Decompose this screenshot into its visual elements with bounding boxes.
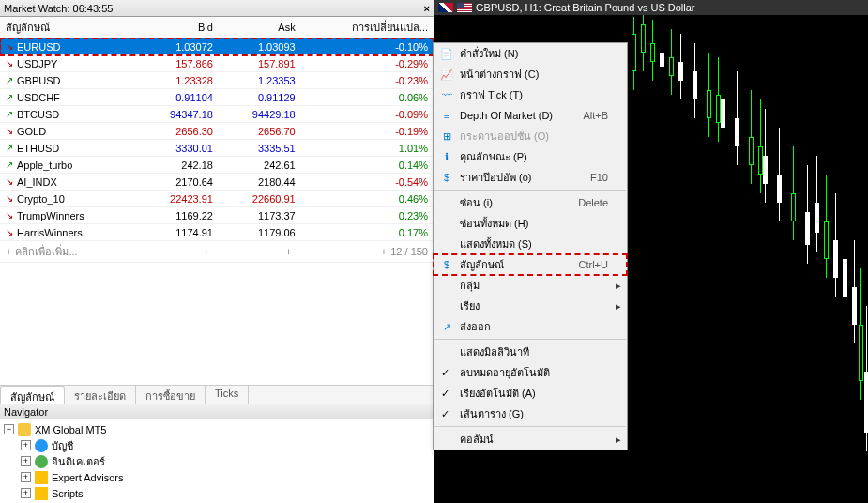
arrow-down-icon: GOLD (6, 126, 130, 137)
menu-item[interactable]: ℹคุณลักษณะ (P) (434, 146, 627, 167)
expander-icon[interactable]: + (21, 472, 31, 482)
menu-item: ⊞กระดานออปชั่น (O) (434, 126, 627, 146)
green-icon (35, 455, 48, 468)
expander-icon[interactable]: + (21, 488, 31, 498)
chart-icon: 📈 (439, 67, 454, 82)
menu-item[interactable]: แสดงทั้งหมด (S) (434, 234, 627, 254)
ask-cell: 1173.37 (219, 207, 301, 224)
menu-item[interactable]: 〰กราฟ Tick (T) (434, 84, 627, 105)
col-symbol[interactable]: สัญลักษณ์ (0, 17, 136, 38)
table-row[interactable]: GOLD2656.302656.70-0.19% (0, 123, 434, 140)
menu-item-label: แสดงมิลลิวินาที (460, 343, 529, 360)
change-cell: -0.54% (301, 174, 434, 191)
terminal-icon (18, 423, 31, 436)
arrow-down-icon: Crypto_10 (6, 193, 130, 205)
menu-item[interactable]: ลบหมดอายุอัตโนมัติ (434, 362, 627, 383)
menu-item-label: ซ่อน (i) (460, 194, 493, 211)
menu-item[interactable]: ↗ส่งออก (434, 316, 627, 337)
menu-shortcut: Delete (578, 197, 608, 208)
table-row[interactable]: TrumpWinners1169.221173.370.23% (0, 207, 434, 224)
close-icon[interactable]: × (424, 0, 430, 16)
menu-item[interactable]: 📄คำสั่งใหม่ (N) (434, 43, 627, 64)
market-watch-header: Market Watch: 06:43:55 × (0, 0, 434, 17)
table-row[interactable]: EURUSD1.030721.03093-0.10% (0, 38, 434, 55)
bid-cell: 22423.91 (136, 191, 219, 207)
table-row[interactable]: GBPUSD1.233281.23353-0.23% (0, 72, 434, 89)
menu-item-label: กลุ่ม (460, 277, 480, 294)
col-change[interactable]: การเปลี่ยนแปล... (301, 17, 434, 38)
tree-item[interactable]: +Expert Advisors (21, 469, 431, 485)
col-bid[interactable]: Bid (136, 17, 219, 38)
table-row[interactable]: Crypto_1022423.9122660.910.46% (0, 191, 434, 207)
ask-cell: 0.91129 (219, 89, 301, 106)
tree-item-label: อินดิเคเตอร์ (52, 453, 105, 470)
table-row[interactable]: AI_INDX2170.642180.44-0.54% (0, 174, 434, 191)
change-cell: 1.01% (301, 140, 434, 157)
col-ask[interactable]: Ask (219, 17, 301, 38)
tree-root[interactable]: − XM Global MT5 (4, 421, 431, 437)
tree-item[interactable]: +Scripts (21, 485, 431, 501)
arrow-down-icon: TrumpWinners (6, 210, 130, 221)
tree-item[interactable]: +บัญชี (21, 437, 431, 453)
symbol-cell: GOLD (0, 123, 136, 140)
menu-separator (434, 190, 626, 191)
tab-การซื้อขาย[interactable]: การซื้อขาย (136, 386, 206, 404)
tab-รายละเอียด[interactable]: รายละเอียด (65, 386, 136, 404)
menu-item[interactable]: ≡Depth Of Market (D)Alt+B (434, 105, 627, 126)
hat-icon (35, 471, 48, 484)
menu-item[interactable]: กลุ่ม (434, 275, 627, 296)
menu-item[interactable]: คอลัมน์ (434, 429, 627, 450)
expander-icon[interactable]: − (4, 424, 14, 434)
menu-item[interactable]: เส้นตาราง (G) (434, 404, 627, 424)
prop-icon: ℹ (439, 149, 454, 164)
table-row[interactable]: ETHUSD3330.013335.511.01% (0, 140, 434, 157)
depth-icon: ≡ (439, 108, 454, 123)
flag-uk-icon (438, 3, 453, 12)
bid-cell: 157.866 (136, 55, 219, 72)
market-watch-panel: Market Watch: 06:43:55 × สัญลักษณ์ Bid A… (0, 0, 434, 503)
symbol-cell: USDCHF (0, 89, 136, 106)
table-row[interactable]: BTCUSD94347.1894429.18-0.09% (0, 106, 434, 123)
table-header-row: สัญลักษณ์ Bid Ask การเปลี่ยนแปล... (0, 17, 434, 38)
add-symbol-label: คลิกเพื่อเพิ่ม... (0, 241, 136, 263)
order-icon: 📄 (439, 46, 454, 61)
ask-cell: 2180.44 (219, 174, 301, 191)
menu-item[interactable]: เรียงอัตโนมัติ (A) (434, 383, 627, 404)
change-cell: 0.46% (301, 191, 434, 207)
market-watch-title: Market Watch: 06:43:55 (4, 0, 113, 16)
menu-item-label: เรียง (460, 297, 480, 314)
table-row[interactable]: Apple_turbo242.18242.610.14% (0, 157, 434, 174)
change-cell: 0.17% (301, 224, 434, 241)
menu-item[interactable]: เรียง (434, 296, 627, 316)
menu-item-label: ซ่อนทั้งหมด (H) (460, 215, 528, 232)
menu-item[interactable]: ซ่อนทั้งหมด (H) (434, 213, 627, 234)
arrow-down-icon: HarrisWinners (6, 227, 130, 238)
navigator-tree: − XM Global MT5 +บัญชี+อินดิเคเตอร์+Expe… (0, 419, 434, 503)
table-row[interactable]: HarrisWinners1174.911179.060.17% (0, 224, 434, 241)
menu-shortcut: Ctrl+U (579, 259, 608, 270)
symbol-cell: AI_INDX (0, 174, 136, 191)
person-icon (35, 439, 48, 452)
bid-cell: 3330.01 (136, 140, 219, 157)
table-row[interactable]: USDJPY157.866157.891-0.29% (0, 55, 434, 72)
chart-header: GBPUSD, H1: Great Britain Pound vs US Do… (434, 0, 868, 15)
menu-item[interactable]: $ราคาป๊อปอัพ (o)F10 (434, 167, 627, 188)
arrow-down-icon: AI_INDX (6, 176, 130, 188)
arrow-up-icon: GBPUSD (6, 75, 130, 86)
change-cell: -0.29% (301, 55, 434, 72)
expander-icon[interactable]: + (21, 440, 31, 450)
menu-item-label: กราฟ Tick (T) (460, 86, 523, 103)
menu-item[interactable]: ซ่อน (i)Delete (434, 192, 627, 213)
tab-สัญลักษณ์[interactable]: สัญลักษณ์ (0, 386, 65, 404)
menu-item[interactable]: แสดงมิลลิวินาที (434, 342, 627, 362)
bid-cell: 0.91104 (136, 89, 219, 106)
tree-item[interactable]: +อินดิเคเตอร์ (21, 453, 431, 469)
expander-icon[interactable]: + (21, 456, 31, 466)
add-symbol-row[interactable]: คลิกเพื่อเพิ่ม...12 / 150 (0, 241, 434, 263)
menu-item[interactable]: $สัญลักษณ์Ctrl+U (434, 254, 627, 275)
change-cell: -0.09% (301, 106, 434, 123)
symbol-cell: Crypto_10 (0, 191, 136, 207)
menu-item[interactable]: 📈หน้าต่างกราฟ (C) (434, 64, 627, 84)
table-row[interactable]: USDCHF0.911040.911290.06% (0, 89, 434, 106)
tab-Ticks[interactable]: Ticks (206, 386, 249, 404)
